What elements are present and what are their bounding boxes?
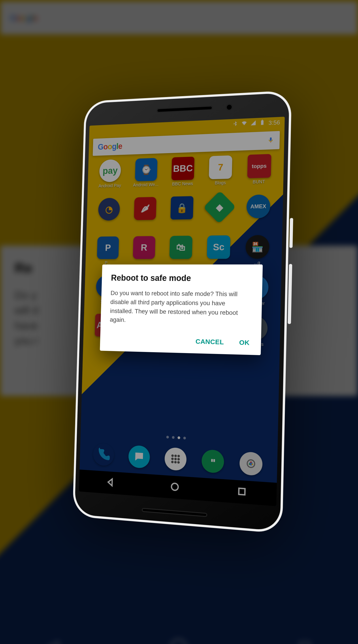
stage: 3:56 Google payAndroid Pay⌚Android We...… [0,0,358,644]
dialog-title: Reboot to safe mode [111,273,253,283]
safe-mode-dialog: Reboot to safe mode Do you want to reboo… [100,264,263,355]
dialog-scrim: Reboot to safe mode Do you want to reboo… [79,117,285,506]
dialog-actions: CANCEL OK [109,333,251,349]
power-button [289,218,293,248]
dialog-body: Do you want to reboot into safe mode? Th… [110,289,252,327]
cancel-button[interactable]: CANCEL [194,335,225,348]
volume-rocker [288,264,292,324]
phone-screen: 3:56 Google payAndroid Pay⌚Android We...… [79,117,285,506]
ok-button[interactable]: OK [238,336,251,349]
phone-device: 3:56 Google payAndroid Pay⌚Android We...… [73,90,292,534]
